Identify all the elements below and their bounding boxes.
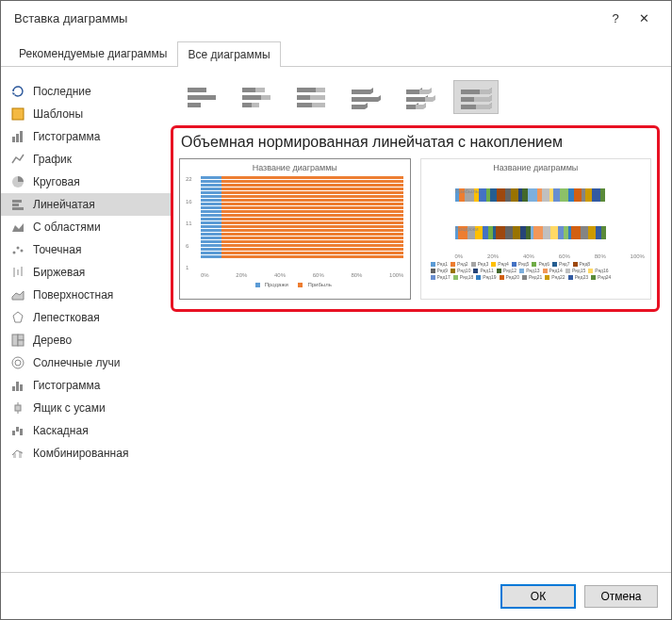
surface-chart-icon [10, 287, 25, 302]
line-chart-icon [10, 152, 25, 167]
sidebar-item-column-chart[interactable]: Гистограмма [1, 125, 171, 148]
tab-all[interactable]: Все диаграммы [177, 41, 280, 67]
insert-chart-dialog: Вставка диаграммы ? ✕ Рекомендуемые диаг… [0, 0, 672, 620]
sidebar-item-scatter-chart[interactable]: Точечная [1, 238, 171, 261]
cat-label: Прибыль [455, 188, 479, 194]
legend-item: Ряд14 [543, 268, 563, 274]
bar-row [201, 191, 404, 194]
preview1-legend: Продажи Прибыль [186, 282, 404, 287]
preview-highlight: Объемная нормированная линейчатая с нако… [171, 125, 660, 312]
sidebar-item-radar-chart[interactable]: Лепестковая [1, 306, 171, 329]
close-button[interactable]: ✕ [630, 11, 658, 25]
svg-rect-2 [16, 134, 19, 142]
sidebar-item-area-chart[interactable]: С областями [1, 216, 171, 238]
sidebar-item-boxwhisker[interactable]: Ящик с усами [1, 397, 171, 419]
sidebar-item-label: Лепестковая [33, 311, 100, 324]
bar-subtype-1[interactable] [180, 80, 225, 114]
sidebar-item-label: Гистограмма [33, 130, 100, 143]
dialog-title: Вставка диаграммы [14, 11, 601, 25]
legend-item: Ряд21 [522, 274, 542, 281]
legend-item: Ряд18 [453, 274, 473, 281]
sidebar-item-surface-chart[interactable]: Поверхностная [1, 284, 171, 306]
sidebar-item-stock-chart[interactable]: Биржевая [1, 261, 171, 284]
bar-row [201, 203, 404, 205]
help-button[interactable]: ? [601, 11, 630, 25]
waterfall-icon [10, 423, 25, 438]
svg-rect-16 [18, 334, 24, 340]
recent-icon [10, 84, 25, 99]
bar-row [201, 206, 404, 209]
histogram-icon [10, 378, 25, 393]
bar-row [201, 252, 404, 254]
chart-preview-2[interactable]: Название диаграммы Прибыль Продажи [420, 158, 652, 300]
sidebar-item-histogram[interactable]: Гистограмма [1, 374, 171, 397]
bar-subtype-4[interactable] [344, 80, 389, 114]
cancel-button[interactable]: Отмена [584, 585, 658, 608]
legend-item: Ряд6 [532, 261, 549, 268]
chart-preview-1[interactable]: Название диаграммы 22 16 11 6 1 [179, 158, 411, 300]
bar-subtype-5[interactable] [399, 80, 444, 114]
bar-row [201, 237, 404, 239]
preview1-title: Название диаграммы [186, 163, 404, 172]
legend-item: Ряд24 [591, 274, 611, 281]
ok-button[interactable]: ОК [501, 585, 575, 608]
svg-rect-31 [188, 95, 216, 100]
bar-subtype-3[interactable] [289, 80, 335, 114]
bar-row [201, 184, 404, 187]
bar-subtype-2[interactable] [235, 80, 280, 114]
legend-item: Ряд12 [497, 268, 516, 274]
sidebar-item-line-chart[interactable]: График [1, 148, 171, 171]
svg-rect-37 [242, 103, 252, 107]
radar-chart-icon [10, 310, 25, 325]
bar-row [201, 195, 404, 198]
legend-item: Ряд7 [552, 261, 570, 268]
legend-item: Ряд20 [500, 274, 519, 281]
sidebar-item-recent[interactable]: Последние [1, 80, 171, 103]
ylabel: 22 [186, 176, 192, 182]
svg-rect-0 [12, 108, 24, 120]
svg-rect-24 [15, 405, 21, 411]
svg-rect-35 [242, 95, 261, 100]
svg-rect-15 [12, 334, 18, 346]
bar-row [201, 255, 404, 258]
sidebar-item-label: Шаблоны [33, 107, 83, 121]
sidebar-item-label: Гистограмма [33, 379, 100, 392]
sidebar-item-templates[interactable]: Шаблоны [1, 103, 171, 125]
svg-rect-3 [20, 131, 23, 142]
templates-icon [10, 106, 25, 122]
svg-rect-6 [12, 204, 19, 206]
sidebar-item-combo-chart[interactable]: Комбинированная [1, 442, 171, 465]
scatter-chart-icon [10, 242, 25, 257]
stock-chart-icon [10, 265, 25, 280]
bar-row [201, 210, 404, 213]
legend-item: Ряд11 [473, 268, 493, 274]
bar-row [201, 229, 404, 232]
preview1-xaxis: 0% 20% 40% 60% 80% 100% [186, 270, 404, 278]
legend-item: Ряд2 [451, 261, 468, 268]
sidebar-item-label: Биржевая [33, 266, 85, 279]
svg-point-9 [17, 247, 20, 250]
svg-rect-1 [12, 137, 15, 142]
bar-row [201, 176, 404, 179]
sidebar-item-bar-chart[interactable]: Линейчатая [1, 193, 171, 216]
sidebar-item-sunburst[interactable]: Солнечные лучи [1, 351, 171, 374]
legend-item: Ряд1 [431, 261, 449, 268]
legend-item: Ряд5 [512, 261, 530, 268]
svg-rect-21 [16, 382, 19, 391]
cat-label: Продажи [455, 226, 479, 232]
legend-item: Ряд23 [568, 274, 588, 281]
svg-rect-5 [12, 200, 22, 203]
bar-subtype-6[interactable] [453, 80, 499, 114]
sidebar-item-treemap[interactable]: Дерево [1, 329, 171, 351]
sidebar-item-pie-chart[interactable]: Круговая [1, 171, 171, 193]
sidebar-item-waterfall[interactable]: Каскадная [1, 419, 171, 442]
legend-item: Ряд10 [451, 268, 470, 274]
boxwhisker-icon [10, 400, 25, 416]
sidebar-item-label: Комбинированная [33, 447, 128, 460]
preview1-plot: 22 16 11 6 1 [186, 176, 404, 270]
legend-item: Ряд16 [588, 268, 608, 274]
sunburst-icon [10, 355, 25, 370]
tab-recommended[interactable]: Рекомендуемые диаграммы [8, 41, 177, 66]
legend-item: Ряд3 [471, 261, 489, 268]
bar-subtypes-row [171, 76, 660, 125]
